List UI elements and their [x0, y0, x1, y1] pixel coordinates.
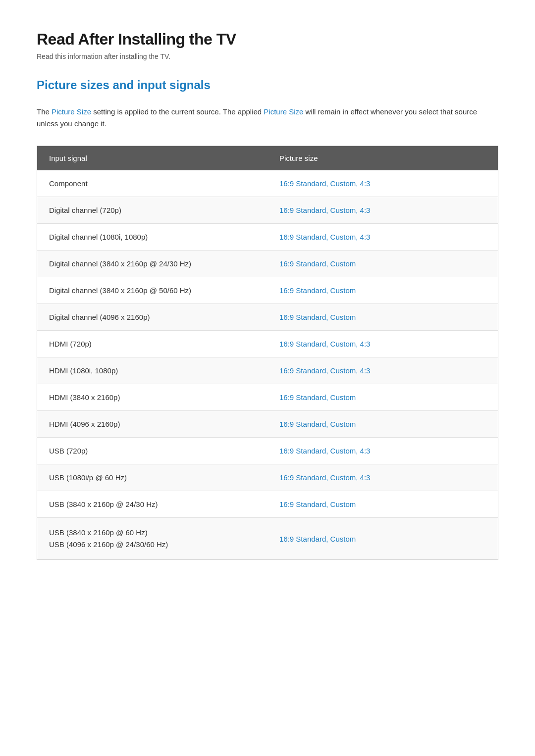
input-signal-cell: Component: [37, 170, 268, 197]
table-header-row: Input signal Picture size: [37, 146, 498, 171]
picture-size-cell: 16:9 Standard, Custom, 4:3: [268, 197, 498, 224]
picture-size-cell: 16:9 Standard, Custom: [268, 491, 498, 518]
input-signal-cell: Digital channel (1080i, 1080p): [37, 224, 268, 251]
table-row: USB (3840 x 2160p @ 60 Hz)USB (4096 x 21…: [37, 518, 498, 560]
input-signal-cell: USB (3840 x 2160p @ 24/30 Hz): [37, 491, 268, 518]
table-row: HDMI (3840 x 2160p)16:9 Standard, Custom: [37, 384, 498, 411]
intro-text-before-link1: The: [37, 107, 52, 116]
table-row: Digital channel (4096 x 2160p)16:9 Stand…: [37, 304, 498, 331]
table-row: Digital channel (3840 x 2160p @ 24/30 Hz…: [37, 251, 498, 277]
picture-size-table: Input signal Picture size Component16:9 …: [37, 146, 498, 560]
picture-size-cell: 16:9 Standard, Custom: [268, 277, 498, 304]
table-row: Component16:9 Standard, Custom, 4:3: [37, 170, 498, 197]
picture-size-cell: 16:9 Standard, Custom, 4:3: [268, 224, 498, 251]
input-signal-cell: USB (3840 x 2160p @ 60 Hz)USB (4096 x 21…: [37, 518, 268, 560]
table-row: USB (3840 x 2160p @ 24/30 Hz)16:9 Standa…: [37, 491, 498, 518]
section-title: Picture sizes and input signals: [37, 78, 498, 92]
table-row: HDMI (4096 x 2160p)16:9 Standard, Custom: [37, 411, 498, 438]
input-signal-cell: Digital channel (720p): [37, 197, 268, 224]
input-signal-cell: HDMI (3840 x 2160p): [37, 384, 268, 411]
table-row: USB (1080i/p @ 60 Hz)16:9 Standard, Cust…: [37, 464, 498, 491]
picture-size-cell: 16:9 Standard, Custom: [268, 304, 498, 331]
picture-size-cell: 16:9 Standard, Custom: [268, 411, 498, 438]
input-signal-cell: USB (720p): [37, 438, 268, 464]
input-signal-cell: Digital channel (3840 x 2160p @ 24/30 Hz…: [37, 251, 268, 277]
input-signal-cell: Digital channel (4096 x 2160p): [37, 304, 268, 331]
table-row: HDMI (720p)16:9 Standard, Custom, 4:3: [37, 331, 498, 357]
picture-size-link-1[interactable]: Picture Size: [52, 107, 91, 116]
input-signal-cell: HDMI (720p): [37, 331, 268, 357]
input-signal-cell: USB (1080i/p @ 60 Hz): [37, 464, 268, 491]
picture-size-link-2[interactable]: Picture Size: [264, 107, 303, 116]
table-row: HDMI (1080i, 1080p)16:9 Standard, Custom…: [37, 357, 498, 384]
table-row: Digital channel (1080i, 1080p)16:9 Stand…: [37, 224, 498, 251]
picture-size-cell: 16:9 Standard, Custom, 4:3: [268, 438, 498, 464]
page-title: Read After Installing the TV: [37, 30, 498, 49]
table-row: Digital channel (3840 x 2160p @ 50/60 Hz…: [37, 277, 498, 304]
picture-size-cell: 16:9 Standard, Custom: [268, 518, 498, 560]
input-signal-cell: Digital channel (3840 x 2160p @ 50/60 Hz…: [37, 277, 268, 304]
page-subtitle: Read this information after installing t…: [37, 52, 498, 60]
picture-size-cell: 16:9 Standard, Custom, 4:3: [268, 357, 498, 384]
picture-size-cell: 16:9 Standard, Custom: [268, 251, 498, 277]
col-header-input: Input signal: [37, 146, 268, 171]
picture-size-cell: 16:9 Standard, Custom, 4:3: [268, 170, 498, 197]
intro-text-between-links: setting is applied to the current source…: [91, 107, 264, 116]
input-signal-cell: HDMI (1080i, 1080p): [37, 357, 268, 384]
picture-size-cell: 16:9 Standard, Custom, 4:3: [268, 331, 498, 357]
col-header-picture: Picture size: [268, 146, 498, 171]
picture-size-cell: 16:9 Standard, Custom, 4:3: [268, 464, 498, 491]
page-header: Read After Installing the TV Read this i…: [37, 30, 498, 60]
intro-paragraph: The Picture Size setting is applied to t…: [37, 106, 498, 130]
table-row: USB (720p)16:9 Standard, Custom, 4:3: [37, 438, 498, 464]
picture-size-cell: 16:9 Standard, Custom: [268, 384, 498, 411]
table-row: Digital channel (720p)16:9 Standard, Cus…: [37, 197, 498, 224]
input-signal-cell: HDMI (4096 x 2160p): [37, 411, 268, 438]
